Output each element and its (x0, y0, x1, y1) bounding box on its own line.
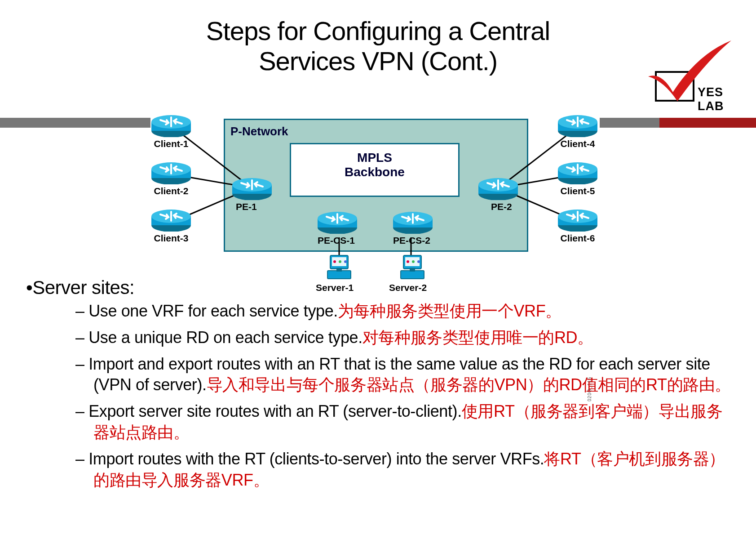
yes-lab-logo: YES LAB (621, 36, 752, 103)
section-heading: •Server sites: (26, 277, 731, 299)
bullet-list: Use one VRF for each service type.为每种服务类… (75, 301, 731, 490)
pe-2-label: PE-2 (491, 201, 512, 212)
list-item: Import routes with the RT (clients-to-se… (75, 449, 731, 491)
mpls-backbone-box: MPLS Backbone (290, 143, 460, 197)
list-item: Use one VRF for each service type.为每种服务类… (75, 301, 731, 322)
item-en: Use one VRF for each service type. (88, 302, 338, 320)
client-3-label: Client-3 (150, 233, 192, 244)
item-zh: 为每种服务类型使用一个VRF。 (338, 302, 561, 320)
backbone-line-2: Backbone (345, 165, 405, 179)
client-5-label: Client-5 (557, 186, 598, 196)
content-area: •Server sites: Use one VRF for each serv… (26, 277, 731, 496)
pe-cs-1-label: PE-CS-1 (318, 235, 355, 246)
backbone-line-1: MPLS (357, 151, 392, 165)
router-icon (317, 210, 358, 234)
router-icon (557, 208, 598, 232)
router-icon (150, 114, 192, 137)
list-item: Export server site routes with an RT (se… (75, 401, 731, 443)
item-en: Export server site routes with an RT (se… (88, 402, 462, 420)
router-icon (150, 208, 192, 232)
item-zh: 导入和导出与每个服务器站点（服务器的VPN）的RD值相同的RT的路由。 (207, 375, 731, 394)
p-network-label: P-Network (230, 125, 527, 138)
router-icon (231, 177, 273, 200)
item-en: Use a unique RD on each service type. (88, 328, 363, 347)
heading-text: Server sites: (32, 277, 134, 298)
client-2-label: Client-2 (150, 186, 192, 196)
client-6-label: Client-6 (557, 233, 598, 244)
title-line-1: Steps for Configuring a Central (206, 16, 550, 45)
router-icon (150, 161, 192, 184)
list-item: Import and export routes with an RT that… (75, 354, 731, 396)
client-1-label: Client-1 (150, 138, 192, 149)
item-zh: 对每种服务类型使用唯一的RD。 (363, 328, 593, 347)
router-icon (392, 210, 433, 234)
router-icon (557, 161, 598, 184)
pe-1-label: PE-1 (236, 201, 257, 212)
router-icon (557, 114, 598, 137)
pe-cs-2-label: PE-CS-2 (393, 235, 430, 246)
router-icon (477, 177, 519, 200)
list-item: Use a unique RD on each service type.对每种… (75, 327, 731, 348)
logo-text: YES LAB (698, 85, 752, 113)
divider-red (659, 118, 756, 128)
item-en: Import routes with the RT (clients-to-se… (88, 450, 544, 468)
client-4-label: Client-4 (557, 138, 598, 149)
title-line-2: Services VPN (Cont.) (259, 46, 497, 76)
